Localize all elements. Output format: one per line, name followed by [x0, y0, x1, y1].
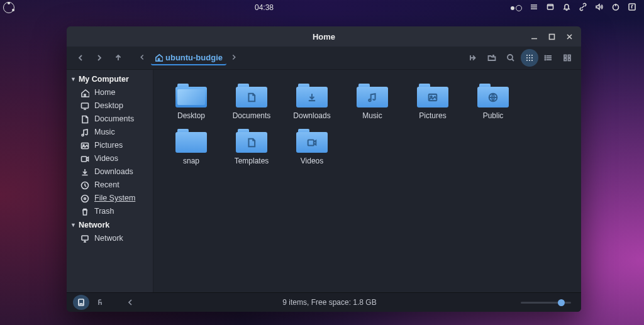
folder-label: Pictures [419, 111, 446, 120]
desktop-icon [80, 102, 89, 111]
folder-icon [357, 84, 388, 107]
folder-icon [477, 84, 509, 107]
show-tree-button[interactable] [93, 295, 109, 310]
recent-icon [80, 181, 89, 190]
caret-down-icon: ▼ [70, 76, 76, 82]
network-icon [80, 234, 89, 243]
power-icon[interactable] [611, 3, 620, 13]
statusbar: 9 items, Free space: 1.8 GB [67, 292, 581, 312]
sidebar: ▼My Computer HomeDesktopDocumentsMusicPi… [67, 70, 153, 292]
search-button[interactable] [502, 49, 519, 67]
session-icon[interactable] [628, 3, 636, 13]
disk-icon [80, 194, 89, 203]
folder-icon [296, 129, 328, 153]
folder-documents[interactable]: Documents [221, 81, 282, 123]
folder-desktop[interactable]: Desktop [161, 81, 221, 123]
sidebar-item-music[interactable]: Music [67, 126, 153, 139]
folder-label: Desktop [177, 111, 205, 120]
show-places-button[interactable] [73, 295, 89, 310]
window-title: Home [313, 32, 335, 41]
minimize-button[interactable] [526, 30, 542, 43]
video-icon [80, 155, 89, 163]
download-icon [80, 168, 89, 177]
breadcrumb: ubuntu-budgie [151, 51, 226, 65]
folder-public[interactable]: Public [463, 81, 523, 123]
files-indicator-icon[interactable] [546, 3, 555, 13]
view-list-button[interactable] [540, 49, 557, 67]
sidebar-item-videos[interactable]: Videos [67, 152, 153, 165]
nav-up-button[interactable] [109, 49, 127, 67]
toggle-location-button[interactable] [464, 49, 482, 67]
hide-sidebar-button[interactable] [122, 295, 138, 310]
view-icons-button[interactable] [521, 49, 538, 67]
folder-icon [236, 129, 267, 153]
folder-music[interactable]: Music [342, 81, 402, 123]
folder-label: Public [483, 111, 504, 120]
status-text: 9 items, Free space: 1.8 GB [142, 298, 517, 307]
trash-icon [80, 207, 89, 216]
notifications-icon[interactable] [562, 3, 571, 13]
folder-label: Templates [235, 157, 269, 165]
folder-videos[interactable]: Videos [282, 126, 342, 168]
folder-icon [175, 129, 207, 153]
folder-templates[interactable]: Templates [221, 126, 282, 168]
folder-icon [236, 84, 267, 107]
folder-icon [417, 84, 448, 107]
home-icon [155, 53, 163, 62]
sidebar-item-network[interactable]: Network [67, 232, 153, 245]
volume-icon[interactable] [595, 3, 604, 13]
music-icon [80, 128, 89, 137]
caret-down-icon: ▼ [70, 222, 76, 228]
sidebar-item-pictures[interactable]: Pictures [67, 139, 153, 152]
zoom-thumb[interactable] [558, 299, 565, 306]
folder-icon [175, 84, 207, 107]
view-compact-button[interactable] [558, 49, 576, 67]
breadcrumb-label: ubuntu-budgie [165, 53, 223, 62]
breadcrumb-segment-home[interactable]: ubuntu-budgie [151, 51, 226, 65]
sidebar-item-downloads[interactable]: Downloads [67, 165, 153, 179]
sidebar-item-desktop[interactable]: Desktop [67, 99, 153, 113]
sidebar-section-computer[interactable]: ▼My Computer [67, 72, 153, 86]
close-button[interactable] [561, 30, 577, 43]
sidebar-item-home[interactable]: Home [67, 86, 153, 99]
maximize-button[interactable] [543, 30, 560, 43]
network-indicator-icon[interactable] [579, 3, 587, 13]
system-tray [511, 3, 644, 13]
breadcrumb-next-icon[interactable] [228, 53, 240, 63]
record-indicator-icon[interactable] [511, 3, 522, 12]
new-folder-button[interactable] [483, 49, 501, 67]
budgie-logo-icon [3, 2, 14, 13]
menu-icon[interactable] [530, 3, 538, 13]
toolbar: ubuntu-budgie [67, 47, 581, 70]
sidebar-item-recent[interactable]: Recent [67, 179, 153, 192]
folder-label: Videos [301, 157, 323, 165]
doc-icon [80, 115, 89, 124]
folder-grid[interactable]: DesktopDocumentsDownloadsMusicPicturesPu… [153, 70, 581, 292]
folder-icon [296, 84, 328, 107]
svg-rect-30 [549, 34, 554, 39]
nav-forward-button[interactable] [91, 49, 108, 67]
file-manager-window: Home ubuntu-budgie ▼My Computer [67, 26, 581, 312]
nav-back-button[interactable] [72, 49, 89, 67]
pictures-icon [80, 141, 89, 150]
home-icon [80, 89, 89, 97]
folder-label: Music [362, 111, 382, 120]
folder-pictures[interactable]: Pictures [402, 81, 463, 123]
zoom-slider[interactable] [521, 302, 571, 304]
folder-downloads[interactable]: Downloads [282, 81, 342, 123]
folder-snap[interactable]: snap [161, 126, 221, 168]
breadcrumb-prev-icon[interactable] [136, 53, 148, 63]
app-launcher[interactable] [0, 2, 18, 13]
titlebar[interactable]: Home [67, 26, 581, 47]
folder-label: snap [183, 157, 199, 165]
folder-label: Downloads [293, 111, 330, 120]
sidebar-item-documents[interactable]: Documents [67, 113, 153, 126]
sidebar-item-file-system[interactable]: File System [67, 192, 153, 205]
top-panel: 04:38 [0, 0, 644, 15]
clock[interactable]: 04:38 [18, 3, 511, 12]
folder-label: Documents [233, 111, 271, 120]
sidebar-section-network[interactable]: ▼Network [67, 218, 153, 232]
sidebar-item-trash[interactable]: Trash [67, 205, 153, 218]
